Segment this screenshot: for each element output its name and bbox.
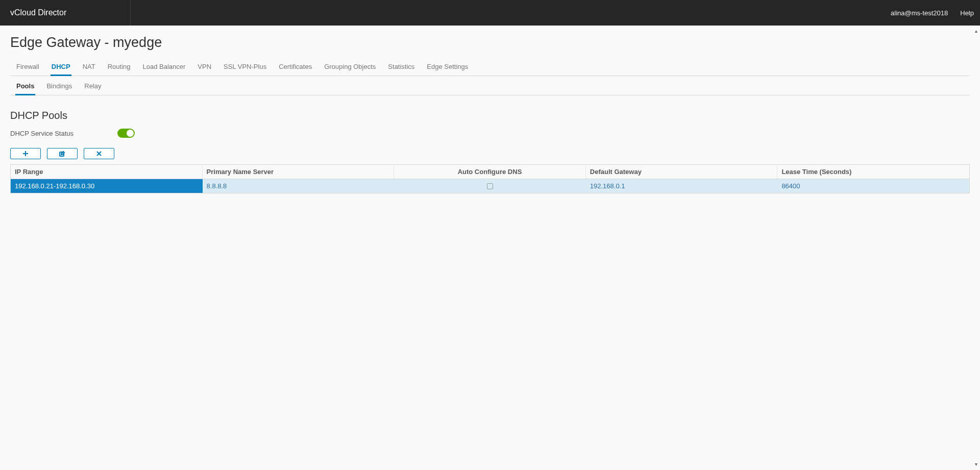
button-bar <box>10 148 970 159</box>
edit-button[interactable] <box>47 148 78 159</box>
table-header: IP Range Primary Name Server Auto Config… <box>11 165 969 179</box>
page-title: Edge Gateway - myedge <box>10 35 970 51</box>
tab-routing[interactable]: Routing <box>102 60 137 76</box>
checkbox-unchecked-icon <box>487 183 493 189</box>
table-row[interactable]: 192.168.0.21-192.168.0.30 8.8.8.8 192.16… <box>11 179 969 193</box>
help-label: Help <box>960 9 974 17</box>
tab-firewall[interactable]: Firewall <box>10 60 45 76</box>
user-menu[interactable]: alina@ms-test2018 <box>885 0 954 26</box>
header-lease-time[interactable]: Lease Time (Seconds) <box>777 165 969 179</box>
tab-load-balancer[interactable]: Load Balancer <box>137 60 192 76</box>
arrow-up-icon: ▴ <box>975 29 977 34</box>
header-auto-configure-dns[interactable]: Auto Configure DNS <box>394 165 586 179</box>
section-title: DHCP Pools <box>10 110 970 121</box>
subtab-bindings[interactable]: Bindings <box>40 79 78 95</box>
cell-default-gateway: 192.168.0.1 <box>586 179 778 193</box>
brand: vCloud Director <box>0 0 130 26</box>
tab-nat[interactable]: NAT <box>77 60 102 76</box>
dhcp-status-label: DHCP Service Status <box>10 130 77 137</box>
cell-primary-name-server: 8.8.8.8 <box>203 179 395 193</box>
tab-grouping-objects[interactable]: Grouping Objects <box>318 60 382 76</box>
edit-icon <box>59 151 65 157</box>
topbar: vCloud Director alina@ms-test2018 Help <box>0 0 980 26</box>
subtab-pools[interactable]: Pools <box>10 79 40 95</box>
dhcp-status-toggle[interactable] <box>117 129 135 138</box>
main-content: Edge Gateway - myedge Firewall DHCP NAT … <box>0 26 980 470</box>
toggle-knob <box>127 130 134 137</box>
delete-icon <box>96 151 102 157</box>
product-name: vCloud Director <box>10 8 66 17</box>
tab-vpn[interactable]: VPN <box>191 60 217 76</box>
tabs-sub: Pools Bindings Relay <box>10 79 970 95</box>
tab-certificates[interactable]: Certificates <box>273 60 318 76</box>
arrow-down-icon: ▾ <box>975 462 977 467</box>
scrollbar[interactable]: ▴ ▾ <box>972 26 980 470</box>
header-default-gateway[interactable]: Default Gateway <box>586 165 778 179</box>
add-button[interactable] <box>10 148 41 159</box>
tab-ssl-vpn-plus[interactable]: SSL VPN-Plus <box>217 60 273 76</box>
help-link[interactable]: Help <box>954 0 980 26</box>
tab-statistics[interactable]: Statistics <box>382 60 421 76</box>
delete-button[interactable] <box>84 148 114 159</box>
tabs-primary: Firewall DHCP NAT Routing Load Balancer … <box>10 60 970 76</box>
user-label: alina@ms-test2018 <box>891 9 948 17</box>
tab-dhcp[interactable]: DHCP <box>45 60 77 76</box>
cell-ip-range: 192.168.0.21-192.168.0.30 <box>11 179 203 193</box>
header-primary-name-server[interactable]: Primary Name Server <box>203 165 395 179</box>
header-ip-range[interactable]: IP Range <box>11 165 203 179</box>
cell-lease-time: 86400 <box>777 179 969 193</box>
subtab-relay[interactable]: Relay <box>78 79 107 95</box>
tab-edge-settings[interactable]: Edge Settings <box>421 60 474 76</box>
plus-icon <box>22 151 29 157</box>
cell-auto-configure-dns <box>394 179 586 193</box>
dhcp-status-row: DHCP Service Status <box>10 129 970 138</box>
dhcp-pools-table: IP Range Primary Name Server Auto Config… <box>10 164 970 193</box>
